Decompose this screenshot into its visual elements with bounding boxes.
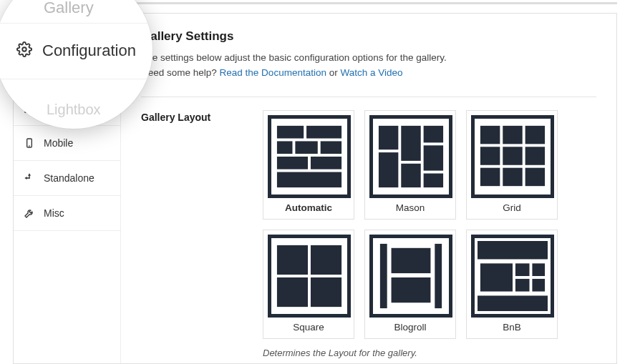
layout-card-blogroll[interactable]: Blogroll (364, 230, 456, 339)
svg-rect-4 (277, 126, 304, 139)
layout-card-mason[interactable]: Mason (364, 110, 456, 220)
description-or: or (329, 67, 341, 78)
svg-rect-25 (480, 168, 500, 186)
layout-label: Mason (369, 202, 451, 213)
mobile-icon (24, 137, 35, 149)
svg-rect-34 (392, 248, 431, 273)
svg-rect-27 (525, 168, 545, 186)
svg-rect-7 (295, 141, 317, 154)
magnifier-lightbox-label: Lightbox (47, 102, 101, 118)
wrench-icon (24, 207, 35, 219)
svg-rect-24 (525, 147, 545, 164)
layout-card-automatic[interactable]: Automatic (263, 110, 354, 220)
svg-rect-32 (380, 244, 387, 308)
watch-video-link[interactable]: Watch a Video (340, 67, 402, 78)
sidebar-item-mobile[interactable]: Mobile (14, 126, 120, 161)
svg-rect-23 (503, 147, 522, 164)
magnifier-gallery-label: Gallery (44, 0, 94, 17)
layout-thumb-grid (471, 115, 554, 198)
svg-rect-11 (277, 172, 341, 187)
layout-thumb-bnb (471, 235, 554, 318)
layout-thumb-automatic (268, 115, 351, 198)
svg-rect-9 (277, 157, 308, 169)
svg-rect-21 (525, 126, 545, 144)
svg-rect-14 (401, 126, 420, 161)
layout-card-grid[interactable]: Grid (466, 110, 558, 220)
layout-label: BnB (471, 322, 553, 333)
svg-rect-6 (277, 141, 293, 154)
svg-rect-33 (435, 244, 442, 308)
svg-rect-13 (379, 152, 398, 187)
page-title: Gallery Settings (141, 29, 596, 44)
gear-icon (16, 41, 32, 60)
layout-label: Grid (471, 202, 553, 213)
sidebar-item-label: Standalone (44, 172, 94, 184)
layout-card-bnb[interactable]: BnB (466, 230, 558, 339)
sidebar-item-label: Mobile (44, 137, 73, 149)
svg-rect-42 (478, 295, 548, 311)
layout-row: Gallery Layout Automatic (141, 110, 596, 358)
svg-rect-18 (424, 173, 443, 187)
svg-rect-26 (503, 168, 522, 186)
svg-rect-20 (503, 126, 522, 144)
layout-label: Blogroll (369, 322, 451, 333)
read-documentation-link[interactable]: Read the Documentation (220, 67, 326, 78)
description-prefix: Need some help? (141, 67, 220, 78)
layout-thumb-blogroll (369, 235, 452, 318)
svg-rect-29 (311, 245, 341, 275)
tag-icon (24, 172, 35, 184)
layout-thumb-mason (369, 115, 452, 198)
field-label: Gallery Layout (141, 110, 263, 123)
sidebar-item-standalone[interactable]: Standalone (14, 161, 120, 196)
layout-label: Automatic (268, 202, 349, 213)
svg-rect-36 (478, 241, 548, 259)
svg-rect-17 (424, 145, 443, 170)
svg-rect-30 (277, 277, 308, 307)
layouts-area: Automatic Mason (263, 110, 596, 358)
description-line-1: The settings below adjust the basic conf… (141, 52, 447, 63)
sidebar-item-misc[interactable]: Misc (14, 196, 120, 231)
svg-rect-41 (532, 279, 545, 292)
description: The settings below adjust the basic conf… (141, 51, 596, 81)
svg-rect-22 (480, 147, 500, 164)
layout-thumb-square (268, 235, 351, 318)
layout-card-square[interactable]: Square (263, 230, 354, 339)
svg-rect-35 (392, 277, 431, 302)
layout-label: Square (268, 322, 349, 333)
svg-rect-5 (306, 126, 341, 139)
svg-rect-12 (379, 126, 398, 149)
magnifier-configuration-label: Configuration (42, 41, 136, 60)
svg-rect-19 (480, 126, 500, 144)
divider (141, 97, 596, 97)
sidebar-item-label: Misc (44, 207, 64, 219)
svg-rect-40 (515, 279, 530, 292)
svg-rect-31 (311, 277, 341, 307)
svg-rect-10 (311, 157, 341, 169)
helper-text: Determines the Layout for the gallery. (263, 348, 596, 358)
svg-rect-16 (424, 126, 443, 143)
svg-rect-15 (401, 164, 420, 187)
svg-rect-8 (321, 141, 341, 154)
svg-point-43 (22, 47, 26, 51)
svg-rect-39 (532, 263, 545, 276)
svg-rect-38 (515, 263, 530, 276)
svg-rect-28 (277, 245, 308, 275)
layouts-grid: Automatic Mason (263, 110, 596, 339)
main-panel: Gallery Settings The settings below adju… (121, 14, 616, 363)
svg-rect-37 (480, 263, 513, 291)
